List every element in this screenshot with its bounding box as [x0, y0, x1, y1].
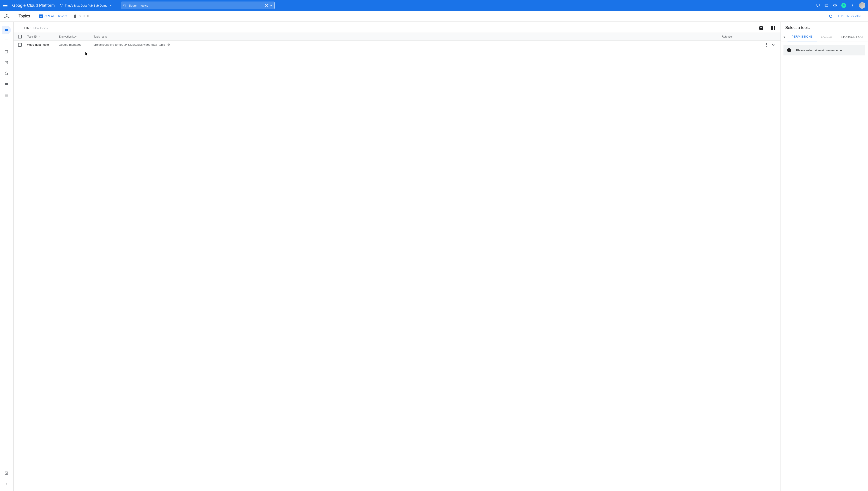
trash-icon: [73, 15, 76, 18]
columns-icon[interactable]: [771, 26, 775, 30]
nav-snapshots[interactable]: [2, 48, 11, 56]
tab-storage-policy[interactable]: STORAGE POLI: [837, 32, 867, 41]
refresh-button[interactable]: [829, 14, 833, 18]
svg-line-16: [5, 17, 6, 17]
col-retention[interactable]: Retention: [722, 35, 758, 38]
cloud-shell-icon[interactable]: [824, 3, 829, 8]
filter-icon: [18, 26, 22, 30]
help-icon[interactable]: [833, 3, 837, 8]
more-icon[interactable]: [850, 3, 855, 8]
nav-lite-subscriptions[interactable]: [2, 91, 11, 99]
sort-asc-icon: ↑: [38, 35, 40, 38]
svg-rect-41: [168, 44, 170, 46]
filter-label: Filter: [24, 27, 31, 30]
svg-point-2: [61, 6, 62, 6]
platform-logo[interactable]: Google Cloud Platform: [12, 3, 55, 8]
body: Filter ? Topic ID ↑ Encryption key Topic…: [0, 22, 868, 491]
left-nav: [0, 22, 13, 491]
svg-rect-42: [168, 44, 169, 45]
nav-marketplace[interactable]: [2, 469, 11, 478]
delete-label: DELETE: [79, 15, 90, 18]
svg-rect-29: [5, 61, 8, 64]
svg-point-30: [6, 62, 7, 63]
table-header: Topic ID ↑ Encryption key Topic name Ret…: [13, 33, 780, 41]
clear-search-icon[interactable]: [265, 4, 268, 7]
search-label: Search: [129, 4, 138, 7]
cursor-icon: [86, 52, 88, 56]
svg-rect-32: [5, 83, 8, 85]
info-panel-message: i Please select at least one resource.: [783, 45, 865, 55]
row-menu-icon[interactable]: [766, 43, 767, 47]
notifications-badge[interactable]: 6: [841, 3, 846, 8]
info-panel-title: Select a topic: [781, 22, 868, 32]
info-icon: i: [787, 48, 791, 52]
info-panel-tabs: PERMISSIONS LABELS STORAGE POLI: [781, 32, 868, 41]
svg-point-3: [124, 4, 125, 6]
svg-rect-8: [825, 4, 828, 7]
create-topic-button[interactable]: CREATE TOPIC: [39, 15, 67, 18]
svg-rect-21: [74, 16, 76, 18]
cell-retention: —: [722, 43, 758, 47]
copy-icon[interactable]: [167, 43, 170, 47]
svg-point-11: [6, 13, 7, 15]
nav-schemas[interactable]: [2, 58, 11, 67]
search-bar[interactable]: Search: [121, 2, 275, 9]
svg-rect-24: [5, 29, 8, 31]
svg-point-10: [835, 6, 835, 6]
account-avatar[interactable]: [859, 2, 865, 8]
nav-subscriptions[interactable]: [2, 37, 11, 45]
plus-icon: [39, 15, 43, 18]
col-topic-id[interactable]: Topic ID ↑: [27, 35, 59, 38]
filter-input[interactable]: [33, 27, 756, 30]
row-checkbox[interactable]: [18, 43, 22, 47]
tab-labels[interactable]: LABELS: [817, 32, 837, 41]
svg-rect-7: [816, 4, 819, 6]
nav-lite-reservations[interactable]: [2, 69, 11, 78]
col-encryption-key[interactable]: Encryption key: [59, 35, 94, 38]
info-panel: Select a topic PERMISSIONS LABELS STORAG…: [781, 22, 868, 491]
search-icon: [123, 4, 127, 7]
select-all-checkbox[interactable]: [18, 35, 22, 38]
action-bar-right: HIDE INFO PANEL: [829, 14, 868, 18]
tabs-scroll-left-icon[interactable]: [781, 36, 787, 38]
project-icon: [60, 4, 63, 7]
svg-rect-23: [74, 15, 75, 15]
main-area: Filter ? Topic ID ↑ Encryption key Topic…: [13, 22, 868, 491]
dropdown-arrow-icon: [110, 4, 112, 6]
svg-rect-28: [5, 51, 8, 53]
svg-line-4: [125, 6, 126, 6]
action-bar: Topics CREATE TOPIC DELETE HIDE INFO PAN…: [0, 11, 868, 22]
header-right: 6: [815, 2, 865, 8]
table-row[interactable]: video-data_topic Google-managed projects…: [13, 41, 780, 49]
search-dropdown-icon[interactable]: [270, 4, 273, 7]
filter-help-icon[interactable]: ?: [759, 26, 763, 30]
chat-icon[interactable]: [815, 3, 820, 8]
expand-row-icon[interactable]: [772, 43, 775, 47]
svg-line-17: [7, 17, 8, 17]
project-picker[interactable]: Thuy's Mux Data Pub Sub Demo: [60, 4, 112, 7]
svg-rect-31: [5, 73, 7, 75]
search-input[interactable]: [141, 4, 264, 7]
col-topic-name[interactable]: Topic name: [94, 35, 722, 38]
menu-icon[interactable]: [3, 3, 8, 8]
svg-point-14: [6, 16, 7, 17]
delete-button[interactable]: DELETE: [73, 15, 90, 18]
create-topic-label: CREATE TOPIC: [44, 15, 67, 18]
cell-encryption: Google-managed: [59, 43, 94, 47]
svg-point-1: [62, 4, 63, 5]
tab-permissions[interactable]: PERMISSIONS: [787, 33, 817, 41]
svg-point-0: [60, 4, 61, 5]
hide-info-panel-button[interactable]: HIDE INFO PANEL: [838, 15, 864, 18]
content-area: Filter ? Topic ID ↑ Encryption key Topic…: [13, 22, 781, 491]
nav-topics[interactable]: [2, 26, 11, 34]
top-header: Google Cloud Platform Thuy's Mux Data Pu…: [0, 0, 868, 11]
page-title: Topics: [19, 14, 30, 19]
nav-collapse-icon[interactable]: [2, 480, 11, 488]
project-name: Thuy's Mux Data Pub Sub Demo: [65, 4, 107, 7]
pubsub-product-icon[interactable]: [2, 12, 11, 21]
cell-topic-id[interactable]: video-data_topic: [27, 43, 59, 47]
cell-topic-name: projects/pristine-tempo-346302/topics/vi…: [94, 43, 722, 47]
nav-lite-topics[interactable]: [2, 80, 11, 89]
filter-bar: Filter ?: [13, 22, 780, 33]
